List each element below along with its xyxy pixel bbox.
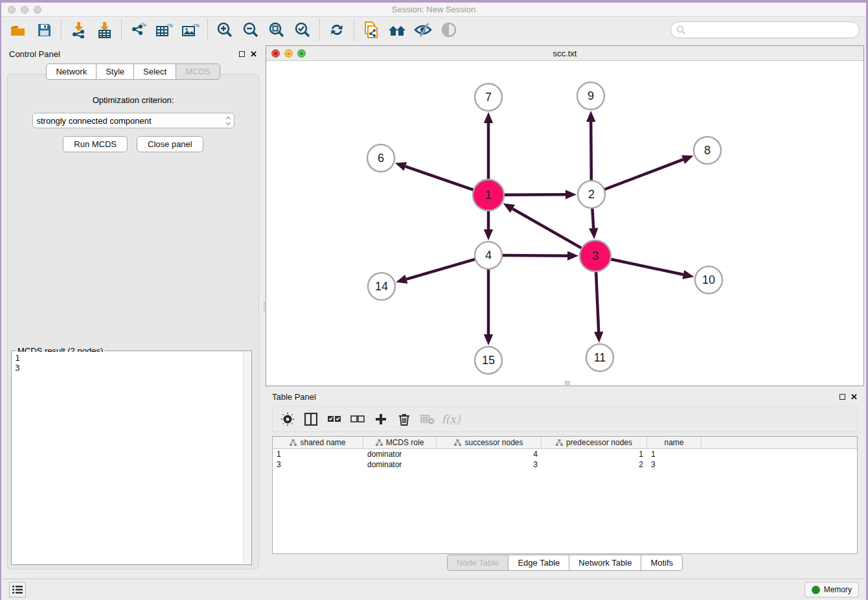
close-panel-icon[interactable]: ✕ [250, 51, 257, 57]
table-cell[interactable]: dominator [363, 450, 437, 459]
table-cell[interactable]: dominator [363, 460, 437, 469]
export-network-icon[interactable] [126, 19, 152, 41]
table-cell[interactable]: 3 [273, 460, 363, 469]
first-neighbors-icon[interactable] [384, 19, 410, 41]
search-field[interactable] [670, 21, 860, 38]
maximize-window-icon[interactable] [34, 6, 41, 14]
function-builder-icon[interactable]: f(x) [441, 410, 461, 429]
minimize-view-icon[interactable]: − [284, 49, 293, 58]
export-image-icon[interactable] [177, 19, 203, 41]
delete-column-icon[interactable] [394, 410, 414, 429]
add-column-icon[interactable] [371, 410, 391, 429]
table-cell[interactable]: 3 [437, 460, 542, 469]
graph-node-label: 1 [485, 189, 492, 202]
graph-edge-4-3[interactable] [501, 255, 567, 256]
toolbar-separator [354, 19, 354, 40]
maximize-view-icon[interactable]: + [297, 49, 306, 58]
refresh-icon[interactable] [324, 19, 350, 41]
network-graph[interactable]: 7968124314101511 [266, 61, 863, 386]
graph-node-label: 10 [702, 273, 715, 286]
float-panel-icon[interactable] [239, 51, 245, 57]
tab-style[interactable]: Style [97, 63, 134, 80]
memory-button[interactable]: Memory [805, 582, 859, 597]
tab-motifs[interactable]: Motifs [641, 555, 683, 571]
table-cell[interactable]: 4 [437, 450, 542, 459]
canvas-resize-handle[interactable] [565, 381, 570, 385]
table-tabs: Node Table Edge Table Network Table Moti… [447, 555, 683, 571]
column-successor-nodes[interactable]: successor nodes [437, 437, 542, 448]
tab-network[interactable]: Network [46, 63, 97, 80]
control-panel-title: Control Panel [9, 49, 239, 59]
clone-network-icon[interactable] [358, 19, 384, 41]
open-session-icon[interactable] [5, 19, 31, 41]
graph-node-label: 6 [378, 152, 384, 165]
search-icon [676, 25, 686, 35]
tab-network-table[interactable]: Network Table [569, 555, 641, 571]
graph-edge-2-8[interactable] [603, 159, 683, 190]
export-table-icon[interactable] [152, 19, 177, 41]
column-mcds-role[interactable]: MCDS role [363, 437, 437, 448]
table-cell[interactable]: 3 [647, 460, 702, 469]
import-network-icon[interactable] [65, 19, 91, 41]
graph-node-label: 8 [704, 144, 711, 157]
gear-icon[interactable] [278, 410, 297, 429]
zoom-fit-icon[interactable] [264, 19, 290, 41]
graph-edge-2-3[interactable] [592, 207, 593, 228]
mcds-result-group: MCDS result (2 nodes) 1 3 [11, 351, 252, 565]
run-mcds-button[interactable]: Run MCDS [63, 136, 128, 152]
tab-node-table[interactable]: Node Table [447, 555, 509, 571]
control-panel-tabs: Network Style Select MCDS [46, 63, 220, 80]
close-window-icon[interactable] [8, 6, 16, 14]
close-view-icon[interactable]: ✕ [271, 49, 280, 58]
column-name[interactable]: name [647, 437, 702, 448]
graph-edge-1-2[interactable] [503, 194, 565, 195]
float-table-panel-icon[interactable] [839, 394, 845, 400]
tab-select[interactable]: Select [134, 63, 176, 80]
control-panel: Control Panel ✕ Network Style Select MCD… [3, 45, 264, 572]
network-canvas[interactable]: 7968124314101511 [266, 61, 863, 386]
table-cell[interactable]: 1 [273, 450, 363, 459]
graph-edge-2-9[interactable] [591, 122, 591, 182]
mcds-result-text[interactable]: 1 3 [12, 352, 243, 564]
zoom-in-icon[interactable] [212, 19, 238, 41]
graph-edge-3-11[interactable] [596, 270, 599, 332]
import-table-icon[interactable] [91, 19, 117, 41]
table-toolbar: f(x) [272, 406, 858, 432]
table-row[interactable]: 1dominator411 [273, 449, 857, 459]
criterion-select[interactable]: strongly connected component [32, 113, 234, 128]
tab-mcds[interactable]: MCDS [176, 63, 220, 80]
table-row[interactable]: 3dominator323 [273, 459, 857, 470]
graph-edge-1-6[interactable] [405, 167, 475, 190]
delete-table-icon[interactable] [418, 410, 437, 429]
graph-edge-3-10[interactable] [610, 259, 683, 275]
close-panel-button[interactable]: Close panel [137, 136, 203, 152]
split-columns-icon[interactable] [301, 410, 321, 429]
show-log-button[interactable] [9, 582, 26, 597]
zoom-out-icon[interactable] [238, 19, 264, 41]
table-panel: Table Panel ✕ [266, 388, 864, 572]
unselect-all-columns-icon[interactable] [348, 410, 367, 429]
show-all-icon[interactable] [436, 19, 462, 41]
search-input[interactable] [686, 25, 859, 34]
save-session-icon[interactable] [31, 19, 57, 41]
result-scrollbar[interactable] [243, 352, 251, 564]
table-cell[interactable]: 1 [542, 450, 647, 459]
chevron-up-down-icon [227, 117, 230, 124]
table-cell[interactable]: 1 [647, 450, 702, 459]
tab-edge-table[interactable]: Edge Table [508, 555, 569, 571]
hide-selected-icon[interactable] [410, 19, 436, 41]
column-shared-name[interactable]: shared name [273, 437, 363, 448]
zoom-selected-icon[interactable] [290, 19, 315, 41]
table-cell[interactable]: 2 [542, 460, 647, 469]
table-header: shared name MCDS role successor nodes pr… [273, 437, 857, 449]
graph-edge-3-1[interactable] [512, 209, 583, 249]
graph-edge-4-14[interactable] [406, 259, 476, 279]
minimize-window-icon[interactable] [21, 6, 29, 14]
window-controls[interactable] [8, 6, 41, 14]
column-predecessor-nodes[interactable]: predecessor nodes [542, 437, 647, 448]
status-bar: Memory [3, 579, 864, 600]
toolbar-separator [121, 19, 122, 40]
select-all-columns-icon[interactable] [325, 410, 344, 429]
edge-arrowhead [594, 332, 603, 343]
close-table-panel-icon[interactable]: ✕ [851, 394, 858, 400]
